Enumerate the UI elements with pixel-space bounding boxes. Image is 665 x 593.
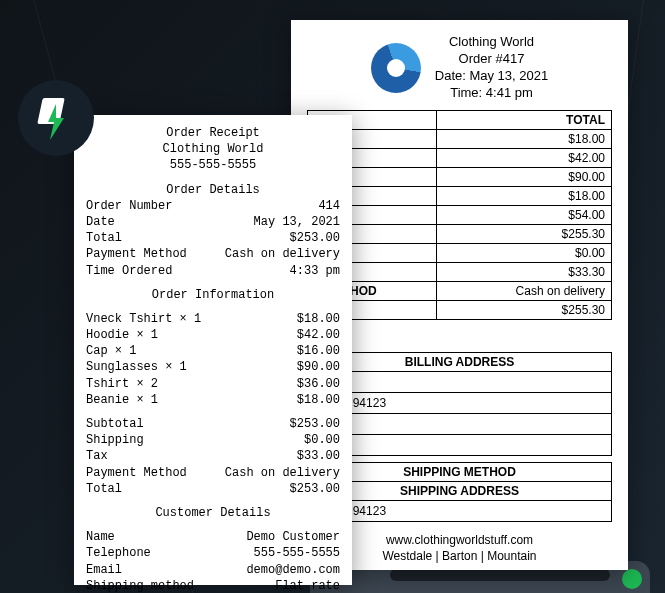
item-value: $90.00 <box>297 359 340 375</box>
item-value: $42.00 <box>297 327 340 343</box>
total-row: Subtotal$253.00 <box>86 416 340 432</box>
table-row: $54.00 <box>308 205 612 224</box>
item-value: $36.00 <box>297 376 340 392</box>
item-row: Sunglasses × 1$90.00 <box>86 359 340 375</box>
app-logo-badge <box>18 80 94 156</box>
detail-label: Payment Method <box>86 246 187 262</box>
total-row: Shipping$0.00 <box>86 432 340 448</box>
table-row: T METHODCash on delivery <box>308 281 612 300</box>
billing-address-heading: BILLING ADDRESS <box>307 352 612 372</box>
item-row: Vneck Tshirt × 1$18.00 <box>86 311 340 327</box>
total-label: Tax <box>86 448 108 464</box>
item-row: Cap × 1$16.00 <box>86 343 340 359</box>
total-value: $253.00 <box>290 416 340 432</box>
customer-label: Name <box>86 529 115 545</box>
printer-slot <box>390 569 610 581</box>
store-phone: 555-555-5555 <box>86 157 340 173</box>
details-heading: Details <box>307 330 612 346</box>
col-total: TOTAL <box>437 110 612 129</box>
customer-label: Email <box>86 562 122 578</box>
total-value: $253.00 <box>290 481 340 497</box>
total-value: Cash on delivery <box>225 465 340 481</box>
table-row: × 1$90.00 <box>308 167 612 186</box>
printer-led-icon <box>622 569 642 589</box>
customer-value: demo@demo.com <box>246 562 340 578</box>
item-label: Sunglasses × 1 <box>86 359 187 375</box>
item-row: Tshirt × 2$36.00 <box>86 376 340 392</box>
store-name: Clothing World <box>435 34 548 51</box>
item-value: $16.00 <box>297 343 340 359</box>
detail-value: $253.00 <box>290 230 340 246</box>
table-row: $33.30 <box>308 262 612 281</box>
shipping-address-heading: SHIPPING ADDRESS <box>307 482 612 501</box>
customer-value: 555-555-5555 <box>254 545 340 561</box>
detail-label: Time Ordered <box>86 263 172 279</box>
order-time: Time: 4:41 pm <box>435 85 548 102</box>
order-date: Date: May 13, 2021 <box>435 68 548 85</box>
detail-label: Date <box>86 214 115 230</box>
total-label: Shipping <box>86 432 144 448</box>
table-row: $255.30 <box>308 300 612 319</box>
total-value: $0.00 <box>304 432 340 448</box>
table-row: AL$255.30 <box>308 224 612 243</box>
item-label: Tshirt × 2 <box>86 376 158 392</box>
item-label: Cap × 1 <box>86 343 136 359</box>
customer-row: NameDemo Customer <box>86 529 340 545</box>
detail-row: DateMay 13, 2021 <box>86 214 340 230</box>
customer-row: Emaildemo@demo.com <box>86 562 340 578</box>
customer-heading: Customer Details <box>86 505 340 521</box>
billing-line: omer <box>307 372 612 393</box>
item-label: Hoodie × 1 <box>86 327 158 343</box>
total-row: Payment MethodCash on delivery <box>86 465 340 481</box>
receipt-header: Clothing World Order #417 Date: May 13, … <box>307 34 612 102</box>
shipping-method-heading: SHIPPING METHOD <box>307 462 612 482</box>
item-label: Beanie × 1 <box>86 392 158 408</box>
billing-line: o.com <box>307 435 612 456</box>
customer-row: Telephone555-555-5555 <box>86 545 340 561</box>
table-row: $18.00 <box>308 186 612 205</box>
customer-value: Flat rate <box>275 578 340 593</box>
table-row: $42.00 <box>308 148 612 167</box>
total-label: Subtotal <box>86 416 144 432</box>
order-details-heading: Order Details <box>86 182 340 198</box>
billing-line: 5 <box>307 414 612 435</box>
table-row: × 1$18.00 <box>308 129 612 148</box>
customer-label: Telephone <box>86 545 151 561</box>
receipt-title: Order Receipt <box>86 125 340 141</box>
detail-value: 414 <box>318 198 340 214</box>
total-row: Total$253.00 <box>86 481 340 497</box>
app-logo <box>36 98 76 138</box>
item-value: $18.00 <box>297 392 340 408</box>
total-value: $33.00 <box>297 448 340 464</box>
store-logo-icon <box>371 43 421 93</box>
item-row: Hoodie × 1$42.00 <box>86 327 340 343</box>
shipping-line: co, CA 94123 <box>307 501 612 522</box>
detail-value: 4:33 pm <box>290 263 340 279</box>
item-row: Beanie × 1$18.00 <box>86 392 340 408</box>
detail-row: Time Ordered4:33 pm <box>86 263 340 279</box>
detail-row: Payment MethodCash on delivery <box>86 246 340 262</box>
detail-row: Order Number414 <box>86 198 340 214</box>
customer-value: Demo Customer <box>246 529 340 545</box>
customer-row: Shipping methodFlat rate <box>86 578 340 593</box>
detail-value: May 13, 2021 <box>254 214 340 230</box>
detail-row: Total$253.00 <box>86 230 340 246</box>
total-row: Tax$33.00 <box>86 448 340 464</box>
detail-label: Total <box>86 230 122 246</box>
receipt-thermal: Order Receipt Clothing World 555-555-555… <box>74 115 352 585</box>
detail-value: Cash on delivery <box>225 246 340 262</box>
order-number: Order #417 <box>435 51 548 68</box>
footer-url: www.clothingworldstuff.com <box>307 532 612 549</box>
item-label: Vneck Tshirt × 1 <box>86 311 201 327</box>
total-label: Payment Method <box>86 465 187 481</box>
customer-label: Shipping method <box>86 578 194 593</box>
billing-line: co, CA 94123 <box>307 393 612 414</box>
store-name: Clothing World <box>86 141 340 157</box>
detail-label: Order Number <box>86 198 172 214</box>
items-table: T TOTAL × 1$18.00 $42.00 × 1$90.00 $18.0… <box>307 110 612 320</box>
footer-locations: Westdale | Barton | Mountain <box>307 548 612 565</box>
item-value: $18.00 <box>297 311 340 327</box>
table-row: G$0.00 <box>308 243 612 262</box>
order-info-heading: Order Information <box>86 287 340 303</box>
total-label: Total <box>86 481 122 497</box>
